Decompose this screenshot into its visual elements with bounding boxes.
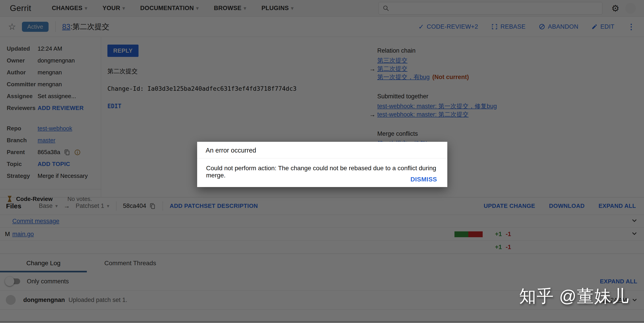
- dismiss-button[interactable]: DISMISS: [410, 176, 437, 183]
- gerrit-change-page: Gerrit CHANGES▾ YOUR▾ DOCUMENTATION▾ BRO…: [0, 0, 644, 323]
- error-dialog-title: An error occurred: [197, 142, 447, 158]
- error-dialog-message: Could not perform action: The change cou…: [197, 158, 447, 179]
- zhihu-watermark: 知乎 @董妹儿: [519, 285, 629, 308]
- error-dialog: An error occurred Could not perform acti…: [197, 142, 447, 187]
